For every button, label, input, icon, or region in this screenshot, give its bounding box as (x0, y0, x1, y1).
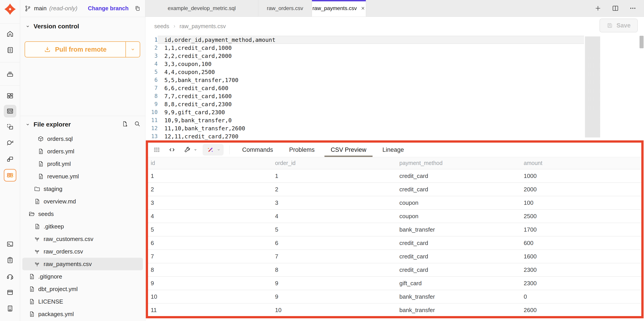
line-text: 11,10,bank_transfer,2600 (164, 125, 245, 132)
file-icon (28, 286, 35, 292)
file-item-profit.yml[interactable]: profit.yml (22, 158, 143, 170)
table-cell: 1 (148, 172, 272, 180)
code-line-7[interactable]: 76,6,credit_card,600 (145, 84, 584, 92)
editor-tab-example_develop_metric.sql[interactable]: example_develop_metric.sql (145, 0, 258, 16)
build-tools-icon[interactable] (182, 145, 192, 155)
file-item-.gitkeep[interactable]: .gitkeep (22, 220, 143, 233)
table-cell: credit_card (397, 172, 521, 180)
code-line-5[interactable]: 54,4,coupon,2500 (145, 68, 584, 76)
terminal-icon[interactable] (4, 238, 16, 250)
file-item-seeds[interactable]: seeds (22, 208, 143, 220)
file-item-overview.md[interactable]: overview.md (22, 195, 143, 208)
search-files-icon[interactable] (134, 120, 141, 127)
file-item-orders.yml[interactable]: orders.yml (22, 145, 143, 158)
table-cell: 6 (272, 240, 397, 246)
develop-icon[interactable] (4, 105, 16, 117)
file-item-raw_payments.csv[interactable]: raw_payments.csv (22, 258, 143, 270)
code-line-1[interactable]: 1id,order_id,payment_method,amount (145, 36, 584, 44)
file-item-packages.yml[interactable]: packages.yml (22, 308, 143, 320)
line-number: 2 (145, 44, 158, 52)
file-item-dbt_project.yml[interactable]: dbt_project.yml (22, 283, 143, 295)
dbt-logo-icon[interactable] (4, 3, 16, 15)
editor-tab-raw_payments.csv[interactable]: raw_payments.csv (312, 0, 366, 16)
version-control-header[interactable]: Version control (25, 23, 79, 30)
line-text: 4,4,coupon,2500 (164, 69, 215, 75)
line-body: 6,6,credit_card,600 (158, 84, 584, 92)
pull-from-remote-main[interactable]: Pull from remote (25, 42, 126, 57)
pull-options-caret[interactable] (126, 42, 140, 57)
canvas-icon[interactable] (4, 121, 16, 133)
file-item-.gitignore[interactable]: .gitignore (22, 270, 143, 283)
more-options-icon[interactable] (629, 5, 636, 12)
file-item-orders.sql[interactable]: orders.sql (22, 132, 143, 145)
fusion-icon[interactable] (4, 169, 16, 182)
panel-tab-lineage[interactable]: Lineage (374, 142, 412, 157)
panel-tab-commands[interactable]: Commands (234, 142, 281, 157)
environments-icon[interactable] (4, 68, 16, 80)
table-cell: 4 (272, 213, 397, 220)
version-control-title: Version control (34, 23, 79, 30)
ai-assist-wand-icon[interactable] (205, 145, 216, 155)
table-cell: 100 (521, 200, 641, 206)
code-line-2[interactable]: 21,1,credit_card,1000 (145, 44, 584, 52)
table-cell: 7 (148, 253, 272, 260)
editor-scrollbar-thumb[interactable] (640, 36, 644, 48)
code-line-12[interactable]: 1211,10,bank_transfer,2600 (145, 124, 584, 132)
panel-tab-problems[interactable]: Problems (281, 142, 323, 157)
support-icon[interactable] (4, 270, 16, 282)
code-line-3[interactable]: 32,2,credit_card,2000 (145, 52, 584, 60)
organization-icon[interactable] (4, 302, 16, 315)
table-row: 109bank_transfer0 (148, 290, 641, 304)
code-line-10[interactable]: 109,9,gift_card,2300 (145, 108, 584, 116)
save-label: Save (616, 22, 630, 29)
save-button[interactable]: Save (600, 18, 638, 32)
file-item-raw_customers.csv[interactable]: raw_customers.csv (22, 233, 143, 245)
table-cell: 1000 (521, 172, 641, 180)
file-item-staging[interactable]: staging (22, 183, 143, 195)
code-line-4[interactable]: 43,3,coupon,100 (145, 60, 584, 68)
minimap[interactable] (585, 37, 600, 138)
close-tab-icon[interactable] (360, 6, 366, 11)
code-line-9[interactable]: 98,8,credit_card,2300 (145, 100, 584, 108)
line-body: 11,10,bank_transfer,2600 (158, 124, 584, 132)
table-cell: 9 (272, 280, 397, 287)
file-item-label: revenue.yml (47, 173, 79, 180)
file-item-label: raw_payments.csv (44, 261, 92, 268)
line-body: 3,3,coupon,100 (158, 60, 584, 68)
pull-from-remote-button[interactable]: Pull from remote (24, 41, 140, 58)
table-view-icon[interactable] (152, 145, 162, 155)
dashboard-icon[interactable] (4, 90, 16, 102)
code-view-icon[interactable] (167, 145, 177, 155)
code-line-13[interactable]: 1312,11,credit_card,2700 (145, 132, 584, 140)
file-explorer-header[interactable]: File explorer (25, 121, 71, 128)
editor-tab-raw_orders.csv[interactable]: raw_orders.csv (258, 0, 312, 16)
notebook-icon[interactable] (4, 44, 16, 56)
file-item-LICENSE[interactable]: LICENSE (22, 295, 143, 308)
home-icon[interactable] (4, 28, 16, 40)
code-line-8[interactable]: 87,7,credit_card,1600 (145, 92, 584, 100)
file-item-revenue.yml[interactable]: revenue.yml (22, 170, 143, 183)
branch-mode: (read-only) (49, 5, 77, 12)
breadcrumb-seeds[interactable]: seeds (154, 23, 169, 30)
table-cell: 9 (148, 280, 272, 287)
line-text: 3,3,coupon,100 (164, 61, 212, 67)
panel-tab-csv-preview[interactable]: CSV Preview (323, 142, 374, 157)
change-branch-link[interactable]: Change branch (88, 5, 128, 12)
new-tab-icon[interactable] (594, 5, 602, 12)
query-analysis-icon[interactable] (4, 137, 16, 149)
build-tools-caret-icon[interactable] (193, 148, 198, 152)
tasks-icon[interactable] (4, 254, 16, 266)
file-item-raw_orders.csv[interactable]: raw_orders.csv (22, 245, 143, 258)
new-file-icon[interactable] (122, 120, 128, 127)
split-editor-icon[interactable] (612, 5, 619, 12)
file-item-label: raw_customers.csv (44, 236, 94, 242)
docs-icon[interactable] (4, 286, 16, 299)
code-line-11[interactable]: 1110,9,bank_transfer,0 (145, 116, 584, 124)
code-editor[interactable]: 1id,order_id,payment_method,amount21,1,c… (145, 36, 644, 140)
file-item-label: .gitkeep (44, 223, 64, 230)
code-line-6[interactable]: 65,5,bank_transfer,1700 (145, 76, 584, 84)
table-row: 44coupon2500 (148, 210, 641, 223)
ai-assist-caret-icon[interactable] (216, 148, 221, 152)
integrations-icon[interactable] (4, 153, 16, 166)
copy-branch-icon[interactable] (134, 5, 141, 12)
